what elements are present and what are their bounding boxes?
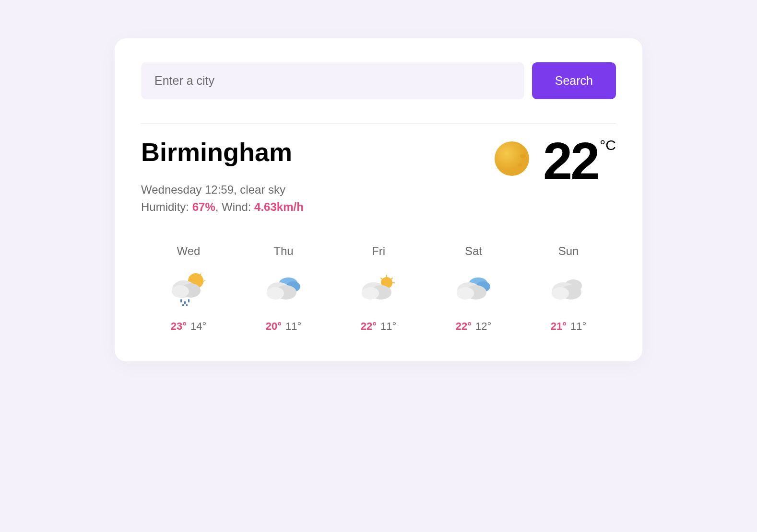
svg-point-0 — [495, 141, 529, 176]
temp-high: 20° — [266, 320, 282, 333]
svg-point-2 — [518, 163, 522, 166]
humidity-label: Humidity: — [141, 200, 192, 213]
partly-sunny-icon — [357, 267, 400, 311]
day-label: Wed — [177, 244, 201, 258]
clear-sun-icon — [490, 137, 533, 180]
temp-low: 11° — [285, 320, 301, 333]
day-label: Sat — [465, 244, 482, 258]
temp-low: 11° — [570, 320, 586, 333]
city-search-input[interactable] — [141, 62, 524, 99]
svg-point-6 — [172, 285, 189, 298]
svg-rect-9 — [188, 299, 189, 302]
forecast-day: Sat 22° 12° — [452, 244, 495, 333]
day-temps: 22° 11° — [361, 320, 397, 333]
search-row: Search — [141, 62, 616, 99]
day-temps: 22° 12° — [456, 320, 492, 333]
humidity-wind-line: Humidity: 67%, Wind: 4.63km/h — [141, 198, 490, 216]
temp-high: 22° — [456, 320, 472, 333]
temp-high: 21° — [551, 320, 567, 333]
svg-point-1 — [520, 154, 526, 158]
wind-value: 4.63km/h — [254, 200, 304, 213]
temp-unit: °C — [600, 137, 616, 153]
current-weather: Birmingham Wednesday 12:59, clear sky Hu… — [141, 137, 616, 216]
cloudy-blue-icon — [452, 267, 495, 311]
city-name: Birmingham — [141, 137, 490, 167]
svg-point-16 — [267, 287, 284, 300]
divider — [141, 123, 616, 124]
forecast-day: Fri 22° 11° — [357, 244, 400, 333]
svg-rect-8 — [184, 301, 186, 304]
temp-value: 22 — [543, 137, 598, 185]
cloudy-icon — [547, 267, 590, 311]
datetime-condition: Wednesday 12:59, clear sky — [141, 181, 490, 198]
svg-point-29 — [552, 287, 569, 300]
svg-rect-11 — [186, 304, 188, 306]
forecast-day: Wed 23° 14° — [167, 244, 210, 333]
day-temps: 21° 11° — [551, 320, 587, 333]
current-temp-block: 22 °C — [490, 137, 616, 185]
current-info: Birmingham Wednesday 12:59, clear sky Hu… — [141, 137, 490, 216]
svg-rect-7 — [180, 299, 182, 302]
temp-high: 23° — [171, 320, 187, 333]
forecast-day: Thu 20° 11° — [262, 244, 305, 333]
day-label: Thu — [273, 244, 293, 258]
forecast-day: Sun 21° 11° — [547, 244, 590, 333]
wind-label: , Wind: — [215, 200, 254, 213]
cloudy-blue-icon — [262, 267, 305, 311]
day-label: Fri — [372, 244, 385, 258]
temp-low: 11° — [380, 320, 396, 333]
svg-point-20 — [362, 287, 379, 300]
rain-sun-icon — [167, 267, 210, 311]
temperature: 22 °C — [543, 137, 616, 185]
weather-card: Search Birmingham Wednesday 12:59, clear… — [115, 38, 642, 361]
humidity-value: 67% — [192, 200, 215, 213]
forecast-row: Wed 23° 14° — [141, 244, 616, 333]
search-button[interactable]: Search — [532, 62, 616, 99]
temp-high: 22° — [361, 320, 377, 333]
svg-point-25 — [457, 287, 474, 300]
day-label: Sun — [558, 244, 579, 258]
svg-rect-10 — [182, 304, 184, 306]
day-temps: 20° 11° — [266, 320, 302, 333]
day-temps: 23° 14° — [171, 320, 207, 333]
temp-low: 14° — [190, 320, 206, 333]
temp-low: 12° — [475, 320, 491, 333]
